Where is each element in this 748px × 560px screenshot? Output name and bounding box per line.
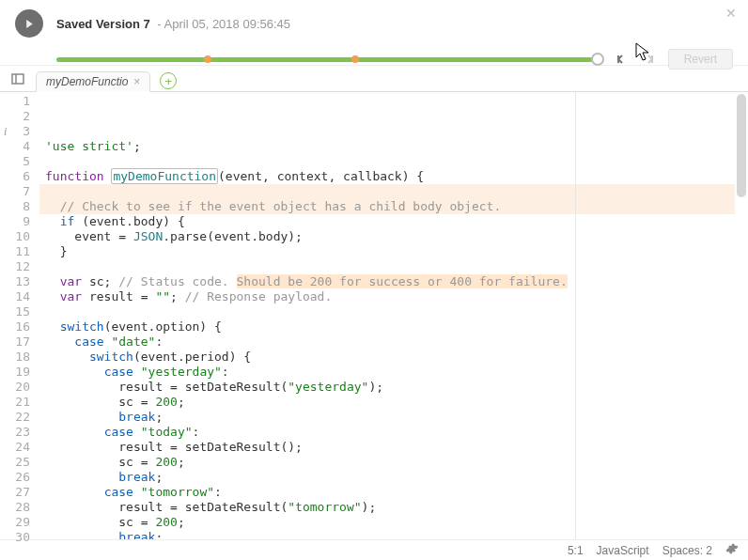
gutter-line: 5: [0, 154, 39, 169]
gutter-line: 18: [0, 350, 39, 365]
code-line[interactable]: [39, 259, 735, 274]
code-line[interactable]: var result = ""; // Response payload.: [39, 289, 735, 304]
gutter-info-icon[interactable]: i: [4, 124, 7, 139]
gutter-line: 1: [0, 94, 39, 109]
gutter-line: 24: [0, 440, 39, 455]
play-button[interactable]: [15, 9, 43, 38]
code-line[interactable]: case "date":: [39, 334, 735, 350]
gutter-line: 2: [0, 109, 39, 124]
code-line[interactable]: result = setDateResult("yesterday");: [39, 380, 735, 395]
code-line[interactable]: [39, 154, 735, 169]
gutter-line: 9: [0, 214, 39, 229]
status-spaces[interactable]: Spaces: 2: [662, 544, 712, 557]
code-line[interactable]: sc = 200;: [39, 515, 735, 530]
gutter-line: 29: [0, 515, 39, 530]
gutter-line: 26: [0, 470, 39, 485]
code-line[interactable]: result = setDateResult();: [39, 440, 735, 455]
code-line[interactable]: sc = 200;: [39, 455, 735, 470]
gutter-line: 15: [0, 304, 39, 319]
gutter-line: 3i: [0, 124, 39, 139]
code-line[interactable]: switch(event.option) {: [39, 319, 735, 334]
tab-close-icon[interactable]: ×: [133, 75, 140, 88]
code-line[interactable]: break;: [39, 410, 735, 425]
scrollbar[interactable]: [735, 92, 748, 539]
gutter-line: 30: [0, 530, 39, 545]
revert-button[interactable]: Revert: [668, 49, 733, 70]
code-line[interactable]: function myDemoFunction(event, context, …: [39, 169, 735, 184]
code-line[interactable]: break;: [39, 530, 735, 539]
code-line[interactable]: case "today":: [39, 425, 735, 440]
gutter: 123i456789101112131415161718192021222324…: [0, 92, 39, 539]
gutter-line: 25: [0, 455, 39, 470]
gutter-line: 11: [0, 244, 39, 259]
timeline-marker[interactable]: [204, 55, 211, 63]
code-area[interactable]: 'use strict';function myDemoFunction(eve…: [39, 92, 735, 539]
drawer-icon[interactable]: [11, 73, 30, 91]
version-bar: Saved Version 7 - April 05, 2018 09:56:4…: [0, 0, 748, 66]
gutter-line: 12: [0, 259, 39, 274]
code-line[interactable]: }: [39, 244, 735, 259]
code-line[interactable]: case "yesterday":: [39, 365, 735, 380]
gutter-line: 19: [0, 365, 39, 380]
gutter-line: 28: [0, 500, 39, 515]
code-line[interactable]: case "tomorrow":: [39, 485, 735, 500]
timeline-track: [56, 57, 602, 62]
code-line[interactable]: switch(event.period) {: [39, 350, 735, 365]
print-margin: [575, 92, 576, 539]
code-line[interactable]: // Check to see if the event object has …: [39, 199, 735, 214]
gutter-line: 21: [0, 395, 39, 410]
code-line[interactable]: sc = 200;: [39, 395, 735, 410]
gutter-line: 27: [0, 485, 39, 500]
code-line[interactable]: result = setDateResult("tomorrow");: [39, 500, 735, 515]
tab-active[interactable]: myDemoFunctio ×: [36, 71, 150, 92]
gutter-line: 13: [0, 274, 39, 289]
gutter-line: 17: [0, 334, 39, 350]
gutter-line: 23: [0, 425, 39, 440]
code-line[interactable]: if (event.body) {: [39, 214, 735, 229]
add-tab-button[interactable]: +: [160, 72, 177, 89]
svg-rect-0: [12, 74, 23, 84]
gutter-line: 8: [0, 199, 39, 214]
scrollbar-thumb[interactable]: [737, 94, 746, 197]
close-icon[interactable]: ✕: [725, 6, 737, 21]
gutter-line: 7: [0, 184, 39, 199]
timeline-handle[interactable]: [591, 53, 604, 66]
editor: 123i456789101112131415161718192021222324…: [0, 92, 748, 539]
code-line[interactable]: var sc; // Status code. Should be 200 fo…: [39, 274, 735, 289]
gutter-line: 4: [0, 139, 39, 154]
version-title: Saved Version 7: [56, 17, 150, 31]
gutter-line: 16: [0, 319, 39, 334]
tab-label: myDemoFunctio: [46, 75, 128, 88]
code-line[interactable]: [39, 304, 735, 319]
gutter-line: 22: [0, 410, 39, 425]
timeline-marker[interactable]: [351, 55, 359, 63]
gutter-line: 6: [0, 169, 39, 184]
status-bar: 5:1 JavaScript Spaces: 2: [0, 539, 748, 560]
gutter-line: 20: [0, 380, 39, 395]
step-forward-button[interactable]: [640, 50, 659, 69]
version-title-block: Saved Version 7 - April 05, 2018 09:56:4…: [56, 17, 290, 31]
code-line[interactable]: break;: [39, 470, 735, 485]
version-date: - April 05, 2018 09:56:45: [157, 17, 290, 31]
status-lang[interactable]: JavaScript: [597, 544, 649, 557]
gutter-line: 10: [0, 229, 39, 244]
status-pos[interactable]: 5:1: [568, 544, 584, 557]
code-line[interactable]: [39, 184, 735, 199]
timeline[interactable]: [56, 51, 602, 68]
code-line[interactable]: event = JSON.parse(event.body);: [39, 229, 735, 244]
code-line[interactable]: 'use strict';: [39, 139, 735, 154]
gutter-line: 14: [0, 289, 39, 304]
step-back-button[interactable]: [612, 50, 631, 69]
tab-bar: myDemoFunctio × +: [0, 66, 748, 92]
gear-icon[interactable]: [725, 542, 739, 558]
